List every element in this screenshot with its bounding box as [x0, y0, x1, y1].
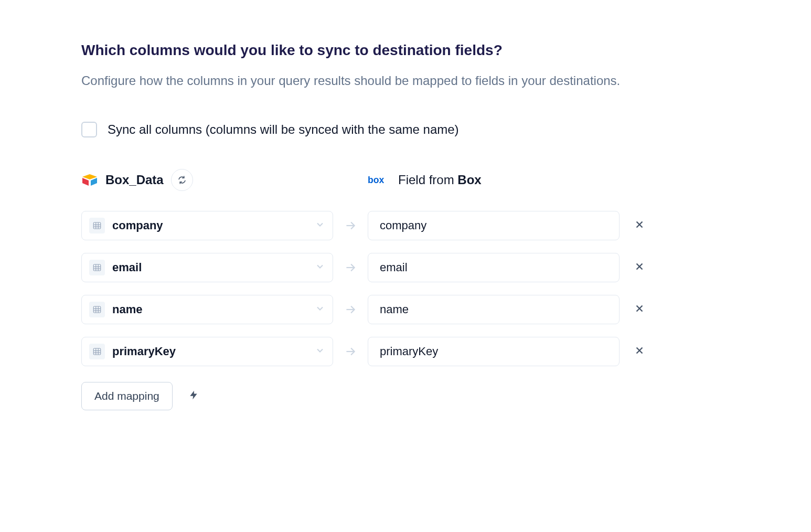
dest-field-input[interactable]: email [368, 253, 620, 282]
dest-field-value: primaryKey [380, 345, 438, 358]
dest-field-input[interactable]: name [368, 295, 620, 324]
sync-all-label: Sync all columns (columns will be synced… [108, 122, 459, 137]
dest-field-input[interactable]: company [368, 211, 620, 240]
arrow-right-icon [333, 261, 368, 274]
source-header: Box_Data [81, 169, 333, 191]
dest-label: Field from Box [398, 173, 482, 187]
mapping-row: company company [81, 211, 730, 240]
close-icon [634, 345, 645, 358]
source-column-select[interactable]: company [81, 211, 333, 240]
dest-field-value: name [380, 303, 409, 316]
source-column-value: email [112, 261, 315, 274]
svg-text:box: box [368, 175, 384, 185]
columns-header: Box_Data box Field from Box [81, 169, 730, 191]
remove-mapping-button[interactable] [628, 298, 651, 321]
table-icon [89, 344, 105, 359]
source-column-value: company [112, 219, 315, 232]
svg-rect-16 [93, 348, 101, 355]
dest-label-prefix: Field from [398, 173, 457, 187]
box-logo-icon: box [368, 174, 391, 186]
remove-mapping-button[interactable] [628, 340, 651, 363]
lightning-icon[interactable] [188, 390, 199, 402]
arrow-right-icon [333, 219, 368, 232]
close-icon [634, 303, 645, 316]
add-mapping-row: Add mapping [81, 382, 730, 410]
chevron-down-icon [315, 219, 325, 232]
chevron-down-icon [315, 303, 325, 316]
mapping-row: primaryKey primaryKey [81, 337, 730, 366]
arrow-right-icon [333, 303, 368, 316]
svg-rect-1 [93, 222, 101, 229]
dest-field-value: company [380, 219, 426, 232]
table-icon [89, 302, 105, 317]
dest-label-name: Box [457, 173, 481, 187]
table-icon [89, 218, 105, 233]
sync-all-row: Sync all columns (columns will be synced… [81, 122, 730, 137]
close-icon [634, 219, 645, 232]
remove-mapping-button[interactable] [628, 214, 651, 237]
refresh-icon [177, 175, 187, 185]
source-label: Box_Data [105, 173, 164, 187]
dest-field-input[interactable]: primaryKey [368, 337, 620, 366]
table-icon [89, 260, 105, 275]
dest-header: box Field from Box [368, 173, 482, 187]
close-icon [634, 261, 645, 274]
source-column-value: primaryKey [112, 345, 315, 358]
mapping-row: email email [81, 253, 730, 282]
page-subheading: Configure how the columns in your query … [81, 71, 730, 90]
mappings-container: company company email email [81, 211, 730, 366]
remove-mapping-button[interactable] [628, 256, 651, 279]
sync-all-checkbox[interactable] [81, 122, 97, 137]
chevron-down-icon [315, 345, 325, 358]
airtable-logo-icon [81, 173, 98, 187]
refresh-button[interactable] [171, 169, 193, 191]
arrow-right-icon [333, 345, 368, 358]
chevron-down-icon [315, 261, 325, 274]
svg-rect-6 [93, 264, 101, 271]
source-column-select[interactable]: name [81, 295, 333, 324]
dest-field-value: email [380, 261, 408, 274]
source-column-select[interactable]: primaryKey [81, 337, 333, 366]
source-column-value: name [112, 303, 315, 316]
add-mapping-label: Add mapping [94, 390, 159, 402]
svg-rect-11 [93, 306, 101, 313]
page-heading: Which columns would you like to sync to … [81, 42, 730, 59]
mapping-row: name name [81, 295, 730, 324]
source-column-select[interactable]: email [81, 253, 333, 282]
add-mapping-button[interactable]: Add mapping [81, 382, 173, 410]
